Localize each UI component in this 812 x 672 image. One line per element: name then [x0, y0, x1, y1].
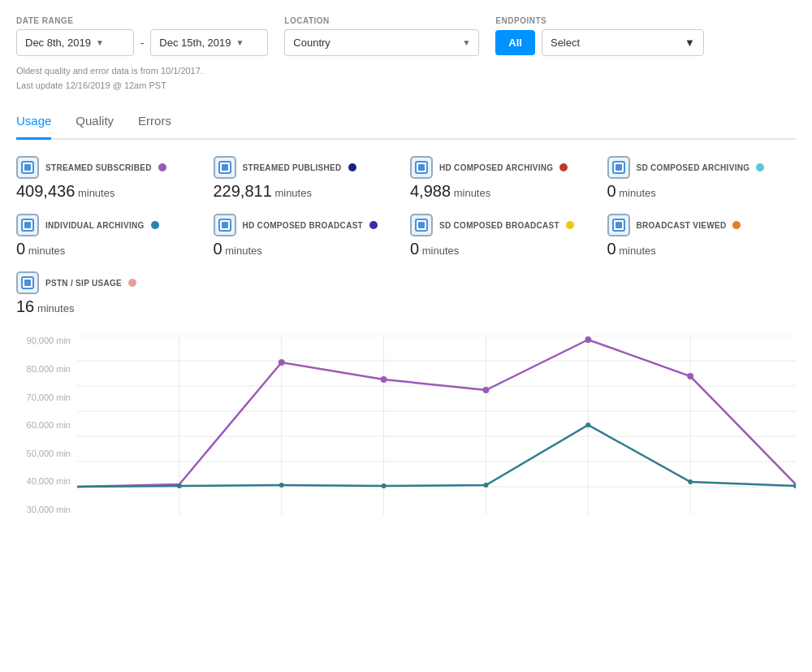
metric-name-5: HD COMPOSED BROADCAST: [243, 220, 364, 231]
svg-point-13: [279, 359, 285, 366]
metric-icon-inner-3: [612, 161, 625, 174]
page-container: DATE RANGE Dec 8th, 2019 ▼ - Dec 15th, 2…: [0, 0, 812, 672]
metric-header-3: SD COMPOSED ARCHIVING: [607, 156, 797, 179]
metric-dot-6: [566, 221, 574, 229]
chart-y-label-3: 60,000 min: [27, 420, 71, 430]
date-separator: -: [140, 37, 144, 49]
metric-icon-0: [16, 156, 39, 179]
metric-value-row-1: 229,811 minutes: [214, 182, 403, 201]
chart-y-label-2: 70,000 min: [27, 392, 71, 402]
metric-value-8: 16: [16, 297, 34, 315]
metric-unit-1: minutes: [274, 187, 312, 199]
metric-name-3: SD COMPOSED ARCHIVING: [637, 163, 750, 173]
endpoints-select-chevron-icon: ▼: [685, 37, 695, 49]
svg-point-24: [793, 483, 796, 488]
metric-value-1: 229,811: [214, 182, 272, 200]
metric-name-2: HD COMPOSED ARCHIVING: [439, 163, 553, 173]
metric-item-2: HD COMPOSED ARCHIVING 4,988 minutes: [410, 156, 599, 201]
metric-icon-1: [214, 156, 236, 179]
metric-value-row-2: 4,988 minutes: [410, 182, 599, 201]
metric-icon-inner-1: [218, 161, 231, 174]
metric-dot-3: [756, 163, 764, 171]
location-chevron-icon: ▼: [462, 38, 470, 47]
metric-icon-inner-6: [415, 219, 428, 232]
metric-icon-4: [16, 214, 39, 236]
metric-icon-7: [607, 214, 630, 236]
metric-dot-0: [158, 163, 166, 171]
metric-dot-1: [348, 163, 356, 171]
chart-y-labels: 90,000 min80,000 min70,000 min60,000 min…: [16, 336, 77, 514]
svg-point-19: [279, 483, 284, 488]
chart-svg: [77, 336, 796, 514]
metric-value-5: 0: [214, 240, 222, 258]
filter-row: DATE RANGE Dec 8th, 2019 ▼ - Dec 15th, 2…: [16, 16, 796, 56]
svg-point-22: [585, 423, 590, 427]
metric-value-row-3: 0 minutes: [607, 182, 797, 201]
metric-value-row-7: 0 minutes: [607, 240, 797, 258]
metric-icon-5: [214, 214, 236, 236]
metric-value-3: 0: [607, 182, 616, 200]
metric-item-8: PSTN / SIP USAGE 16 minutes: [16, 271, 205, 316]
metric-unit-4: minutes: [28, 245, 66, 257]
metric-dot-2: [559, 163, 568, 171]
metric-header-1: STREAMED PUBLISHED: [214, 156, 403, 179]
info-text: Oldest quality and error data is from 10…: [16, 64, 796, 93]
location-group: LOCATION Country ▼: [284, 16, 479, 56]
metric-icon-inner-8: [21, 276, 34, 289]
metric-icon-3: [607, 156, 630, 179]
date-range-row: Dec 8th, 2019 ▼ - Dec 15th, 2019 ▼: [16, 29, 268, 56]
tab-quality[interactable]: Quality: [76, 106, 114, 140]
svg-point-17: [687, 373, 693, 379]
metric-value-7: 0: [607, 240, 616, 258]
chart-y-label-5: 40,000 min: [27, 476, 71, 486]
metric-header-0: STREAMED SUBSCRIBED: [16, 156, 205, 179]
metric-dot-4: [151, 221, 159, 229]
metric-value-2: 4,988: [410, 182, 451, 200]
metric-unit-2: minutes: [454, 187, 491, 199]
tabs-row: Usage Quality Errors: [16, 106, 796, 140]
metric-icon-inner-0: [21, 161, 34, 174]
endpoints-select-dropdown[interactable]: Select ▼: [542, 29, 704, 56]
tab-usage[interactable]: Usage: [16, 106, 51, 140]
location-dropdown[interactable]: Country ▼: [284, 29, 479, 56]
date-start-dropdown[interactable]: Dec 8th, 2019 ▼: [16, 29, 134, 56]
endpoints-select-value: Select: [551, 37, 580, 49]
metric-item-7: BROADCAST VIEWED 0 minutes: [607, 214, 797, 258]
metric-dot-5: [369, 221, 378, 229]
metric-icon-inner-5: [218, 219, 231, 232]
metric-dot-7: [732, 221, 741, 229]
metric-name-6: SD COMPOSED BROADCAST: [439, 220, 559, 231]
svg-point-16: [585, 336, 591, 343]
date-start-value: Dec 8th, 2019: [25, 37, 91, 49]
metric-dot-8: [128, 279, 136, 287]
metric-icon-inner-7: [612, 219, 625, 232]
date-range-group: DATE RANGE Dec 8th, 2019 ▼ - Dec 15th, 2…: [16, 16, 268, 56]
metric-header-7: BROADCAST VIEWED: [607, 214, 797, 236]
endpoints-all-button[interactable]: All: [495, 30, 535, 55]
metric-value-row-5: 0 minutes: [214, 240, 403, 258]
metric-name-0: STREAMED SUBSCRIBED: [45, 163, 152, 173]
metric-unit-6: minutes: [422, 245, 460, 257]
date-end-chevron-icon: ▼: [236, 38, 244, 47]
metric-unit-8: minutes: [37, 302, 75, 314]
metric-icon-inner-4: [21, 219, 34, 232]
endpoints-group: ENDPOINTS All Select ▼: [495, 16, 796, 56]
metric-unit-7: minutes: [619, 245, 656, 257]
svg-point-21: [484, 483, 489, 488]
date-end-dropdown[interactable]: Dec 15th, 2019 ▼: [150, 29, 268, 56]
tab-errors[interactable]: Errors: [138, 106, 171, 140]
info-line1: Oldest quality and error data is from 10…: [16, 64, 796, 79]
metric-value-row-4: 0 minutes: [16, 240, 205, 258]
metric-item-0: STREAMED SUBSCRIBED 409,436 minutes: [16, 156, 205, 201]
metric-header-4: INDIVIDUAL ARCHIVING: [16, 214, 205, 236]
date-start-chevron-icon: ▼: [96, 38, 104, 47]
metric-header-8: PSTN / SIP USAGE: [16, 271, 205, 294]
metric-icon-6: [410, 214, 433, 236]
metric-value-row-6: 0 minutes: [410, 240, 599, 258]
metric-icon-8: [16, 271, 39, 294]
metric-value-0: 409,436: [16, 182, 75, 200]
metric-name-4: INDIVIDUAL ARCHIVING: [45, 220, 145, 231]
svg-point-23: [688, 479, 693, 484]
metric-icon-2: [410, 156, 433, 179]
svg-point-18: [177, 483, 182, 488]
